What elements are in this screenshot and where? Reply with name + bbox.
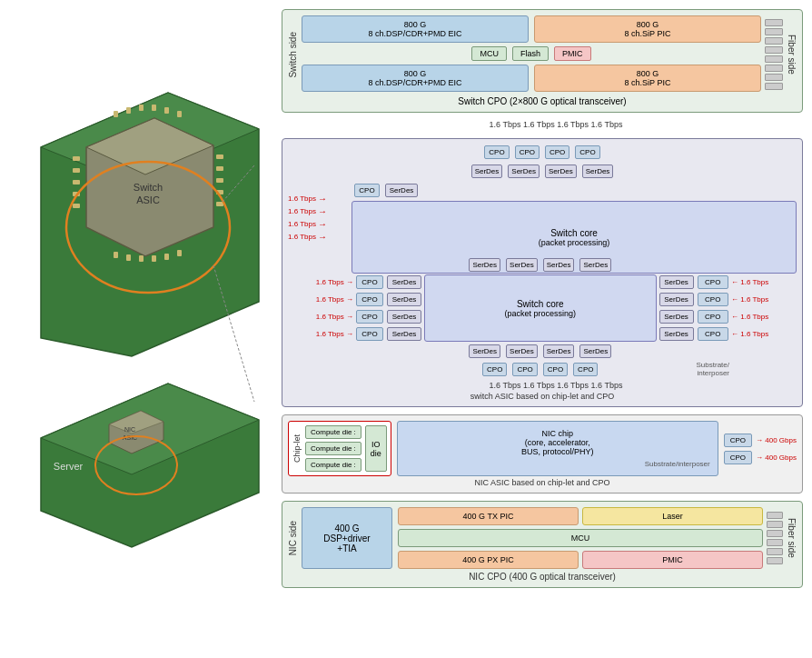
ts3: SerDes [543, 258, 575, 272]
cpo-box-sip2: 800 G8 ch.SiP PIC [534, 65, 761, 92]
pmic-box1: PMIC [554, 46, 591, 61]
compute-die-1: Compute die : [305, 425, 361, 439]
compute-col: Compute die : Compute die : Compute die … [305, 425, 361, 472]
left-tbps-1: 1.6 Tbps [288, 194, 316, 203]
switch-core-title: Switch core [550, 228, 598, 238]
left-cpo-1: CPO [354, 184, 380, 197]
bs2: SerDes [506, 344, 538, 358]
svg-rect-22 [216, 202, 223, 206]
r1-right-sd: SerDes [659, 275, 694, 289]
top-cpo-4: CPO [575, 145, 599, 159]
nic-chip-label: NIC chip(core, accelerator,BUS, protocol… [405, 429, 710, 456]
fiber-side-stripes [765, 15, 783, 94]
cpo-box-dsp2: 800 G8 ch.DSP/CDR+PMD EIC [302, 65, 529, 92]
chiplet-box: Chip-let Compute die : Compute die : Com… [288, 421, 391, 476]
svg-rect-24 [126, 107, 131, 114]
r2-right-cpo: CPO [698, 293, 728, 306]
nic-tx-pic: 400 G TX PIC [398, 507, 579, 525]
nic-cpo-label-2: → 400 Gbps [756, 454, 797, 462]
r4-right-sd: SerDes [659, 327, 694, 341]
r4-left-cpo: CPO [356, 327, 383, 341]
switch-asic-subtitle: switch ASIC based on chip-let and CPO [288, 392, 797, 401]
nic-right-row-3: 400 G PX PIC PMIC [398, 551, 763, 569]
svg-rect-34 [177, 250, 182, 256]
ts4: SerDes [579, 258, 611, 272]
bs3: SerDes [543, 344, 575, 358]
switch-asic-grid: SerDes SerDes SerDes SerDes 1.6 Tbps → [288, 255, 797, 379]
bc2: CPO [512, 363, 537, 376]
svg-rect-28 [177, 111, 182, 117]
svg-rect-29 [114, 252, 118, 258]
ts2: SerDes [506, 258, 538, 272]
io-die: IOdie [365, 425, 387, 472]
r2-right-tbps: ← 1.6 Tbps [731, 292, 795, 307]
nic-laser: Laser [582, 507, 763, 525]
svg-rect-19 [216, 166, 223, 171]
top-serdes-2: SerDes [508, 164, 540, 178]
nic-chip-box: NIC chip(core, accelerator,BUS, protocol… [397, 421, 718, 476]
cpo-box-dsp1: 800 G8 ch.DSP/CDR+PMD EIC [302, 15, 529, 43]
svg-rect-20 [216, 178, 223, 183]
r1-left-cpo: CPO [356, 275, 383, 289]
bs1: SerDes [469, 344, 500, 358]
svg-rect-26 [152, 105, 156, 111]
bs4: SerDes [579, 344, 611, 358]
svg-text:Server: Server [54, 461, 84, 472]
top-serdes-4: SerDes [582, 164, 614, 178]
svg-rect-18 [216, 155, 223, 159]
r2-left-cpo: CPO [356, 293, 383, 306]
svg-text:Switch: Switch [134, 182, 163, 193]
nic-cpo-content: 400 GDSP+driver+TIA 400 G TX PIC Laser M… [302, 507, 763, 569]
compute-die-3: Compute die : [305, 458, 361, 472]
nic-fiber-stripes [767, 507, 783, 569]
nic-cpo-out-2: CPO [724, 451, 752, 464]
r3-left-tbps: 1.6 Tbps → [290, 309, 353, 324]
nic-cpo-title: NIC CPO (400 G optical transceiver) [288, 572, 797, 582]
switch-asic-section: CPO CPO CPO CPO SerDes SerDes SerDes Ser… [282, 138, 803, 407]
top-cpo-3: CPO [545, 145, 569, 159]
r4-right-cpo: CPO [698, 327, 728, 341]
r3-left-cpo: CPO [356, 310, 383, 324]
chiplet-label: Chip-let [292, 434, 302, 463]
switch-core-cell: Switch core (packet processing) [424, 274, 657, 342]
r1-left-sd: SerDes [387, 275, 421, 289]
left-panel: NIC ASIC Server Switch ASIC [9, 9, 272, 649]
switch-cpo-title: Switch CPO (2×800 G optical transceiver) [288, 96, 797, 106]
r2-left-tbps: 1.6 Tbps → [290, 292, 353, 307]
r4-left-tbps: 1.6 Tbps → [290, 326, 353, 342]
top-cpo-1: CPO [484, 145, 509, 159]
nic-asic-subtitle: NIC ASIC based on chip-let and CPO [288, 478, 797, 487]
cpo-box-sip1: 800 G8 ch.SiP PIC [534, 15, 761, 43]
bc3: CPO [543, 363, 568, 376]
chip-diagram: NIC ASIC Server Switch ASIC [14, 20, 268, 638]
r3-right-tbps: ← 1.6 Tbps [731, 309, 795, 324]
r2-left-sd: SerDes [387, 293, 421, 306]
tbps-below-switch: 1.6 Tbps 1.6 Tbps 1.6 Tbps 1.6 Tbps [315, 381, 797, 390]
r3-right-cpo: CPO [698, 310, 728, 324]
svg-rect-30 [126, 254, 131, 261]
switch-side-label: Switch side [288, 32, 298, 78]
fiber-side-label1: Fiber side [787, 35, 797, 75]
r2-right-sd: SerDes [659, 293, 694, 306]
svg-rect-14 [73, 168, 80, 173]
svg-rect-13 [73, 156, 80, 161]
bc4: CPO [573, 363, 598, 376]
r1-left-tbps: 1.6 Tbps → [290, 274, 353, 290]
nic-right-row-1: 400 G TX PIC Laser [398, 507, 763, 525]
cpo-top-row: CPO CPO CPO CPO [288, 145, 797, 160]
svg-text:NIC: NIC [124, 426, 135, 433]
ts1: SerDes [469, 258, 500, 272]
left-serdes-1: SerDes [385, 184, 418, 197]
r1-right-tbps: ← 1.6 Tbps [731, 274, 795, 290]
svg-rect-31 [139, 255, 144, 262]
svg-text:ASIC: ASIC [136, 194, 160, 205]
nic-right-boxes: 400 G TX PIC Laser MCU 400 G PX PIC PMIC [398, 507, 763, 569]
flash-box: Flash [512, 46, 549, 61]
bc1: CPO [482, 363, 507, 376]
main-container: NIC ASIC Server Switch ASIC [0, 0, 812, 658]
nic-side-label: NIC side [288, 521, 298, 555]
svg-rect-27 [164, 107, 169, 114]
svg-rect-17 [73, 204, 80, 208]
svg-rect-25 [139, 105, 144, 111]
svg-rect-23 [114, 111, 118, 117]
